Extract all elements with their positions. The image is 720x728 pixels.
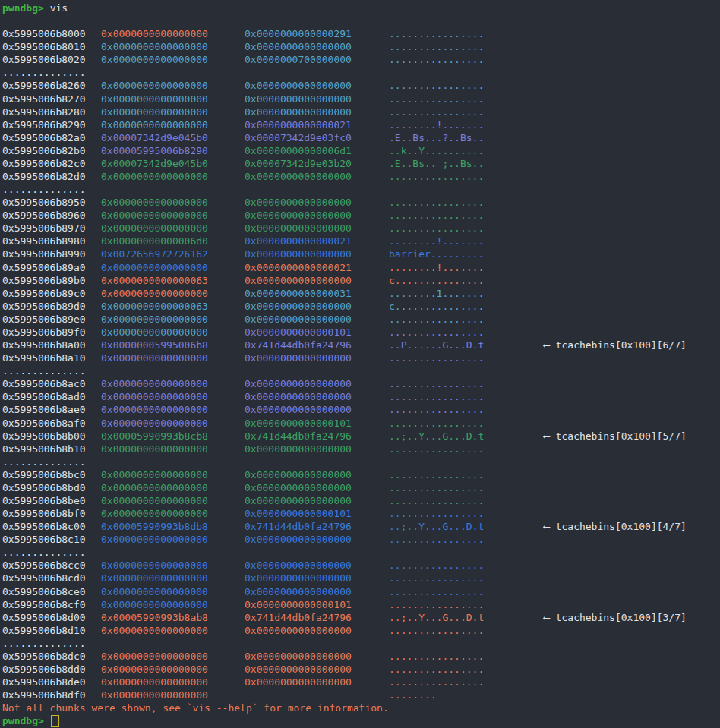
value2-cell: 0x0000000000000000 bbox=[245, 663, 389, 676]
terminal-window: pwndbg> vis 0x5995006b80000x000000000000… bbox=[0, 0, 720, 727]
address-cell: 0x5995006b8950 bbox=[2, 196, 101, 209]
memory-row: 0x5995006b8cd00x00000000000000000x000000… bbox=[2, 572, 720, 585]
address-cell: 0x5995006b8960 bbox=[2, 209, 101, 222]
ascii-cell: barrier......... bbox=[389, 247, 544, 260]
value2-cell: 0x0000000000000000 bbox=[245, 313, 389, 326]
value1-cell: 0x0000000000000000 bbox=[101, 689, 245, 701]
value2-cell: 0x0000000000000000 bbox=[245, 390, 389, 403]
value1-cell: 0x0000000000000000 bbox=[101, 170, 245, 183]
prompt-label: pwndbg> bbox=[2, 714, 44, 727]
ascii-cell: ................ bbox=[389, 377, 544, 390]
ascii-cell: ................ bbox=[389, 417, 544, 430]
memory-row: 0x5995006b8cf00x00000000000000000x000000… bbox=[2, 598, 720, 611]
memory-row: 0x5995006b80200x00000000000000000x000000… bbox=[2, 53, 720, 66]
address-cell: 0x5995006b8970 bbox=[2, 222, 101, 235]
address-cell: 0x5995006b8990 bbox=[2, 247, 101, 260]
value2-cell: 0x0000000000000000 bbox=[245, 40, 389, 53]
memory-row: 0x5995006b82700x00000000000000000x000000… bbox=[2, 93, 720, 106]
value1-cell: 0x00007342d9e045b0 bbox=[101, 157, 245, 170]
value1-cell: 0x0000000000000063 bbox=[101, 274, 245, 287]
value1-cell: 0x0000000000000000 bbox=[101, 222, 245, 235]
address-cell: 0x5995006b89f0 bbox=[2, 326, 101, 339]
address-cell: 0x5995006b8bd0 bbox=[2, 481, 101, 494]
ascii-cell: ................ bbox=[389, 481, 544, 494]
value2-cell: 0x0000000000000000 bbox=[245, 209, 389, 222]
address-cell: 0x5995006b8cf0 bbox=[2, 598, 101, 611]
ascii-cell: c............... bbox=[389, 300, 544, 313]
value1-cell: 0x0000000000000000 bbox=[101, 624, 245, 637]
value2-cell: 0x0000000000000101 bbox=[245, 417, 389, 430]
value2-cell: 0x741d44db0fa24796 bbox=[245, 520, 389, 533]
value2-cell: 0x0000000000000000 bbox=[245, 377, 389, 390]
ascii-cell: ........!....... bbox=[389, 261, 544, 274]
value1-cell: 0x0000000000000000 bbox=[101, 403, 245, 416]
ascii-cell: ................ bbox=[389, 196, 544, 209]
ascii-cell: ................ bbox=[389, 663, 544, 676]
memory-row: 0x5995006b80000x00000000000000000x000000… bbox=[2, 27, 720, 40]
prompt-label: pwndbg> bbox=[2, 2, 44, 14]
memory-row: 0x5995006b8bf00x00000000000000000x000000… bbox=[2, 507, 720, 520]
value1-cell: 0x0000000000000000 bbox=[101, 196, 245, 209]
ascii-cell: ................ bbox=[389, 443, 544, 455]
value1-cell: 0x0000000000000000 bbox=[101, 326, 245, 339]
address-cell: 0x5995006b89b0 bbox=[2, 274, 101, 287]
value1-cell: 0x0000000000000000 bbox=[101, 676, 245, 689]
memory-row: 0x5995006b8d100x00000000000000000x000000… bbox=[2, 624, 720, 637]
value1-cell: 0x0000000000000000 bbox=[101, 377, 245, 390]
address-cell: 0x5995006b8ce0 bbox=[2, 585, 101, 598]
ascii-cell: .E..Bs...?..Bs.. bbox=[389, 131, 544, 144]
value1-cell: 0x0000000000000000 bbox=[101, 209, 245, 222]
value2-cell: 0x0000000000000291 bbox=[245, 27, 389, 40]
left-arrow-icon: ⟵ bbox=[544, 521, 550, 532]
value2-cell: 0x741d44db0fa24796 bbox=[245, 430, 389, 443]
command-text: vis bbox=[50, 2, 68, 14]
memory-row: 0x5995006b89b00x00000000000000630x000000… bbox=[2, 274, 720, 287]
ascii-cell: ................ bbox=[389, 79, 544, 92]
memory-row: 0x5995006b8cc00x00000000000000000x000000… bbox=[2, 559, 720, 572]
value2-cell: 0x0000000000000000 bbox=[245, 170, 389, 183]
ellipsis-line: .............. bbox=[2, 546, 720, 559]
value2-cell: 0x0000000000000000 bbox=[245, 676, 389, 689]
address-cell: 0x5995006b8de0 bbox=[2, 676, 101, 689]
value1-cell: 0x0000000000000000 bbox=[101, 559, 245, 572]
value2-cell: 0x0000000000000000 bbox=[245, 79, 389, 92]
ellipsis-dots: .............. bbox=[2, 637, 86, 650]
value2-cell: 0x0000000000000000 bbox=[245, 222, 389, 235]
ascii-cell: ........ bbox=[389, 689, 544, 701]
ellipsis-dots: .............. bbox=[2, 183, 86, 196]
memory-row: 0x5995006b8b000x00005990993b8cb80x741d44… bbox=[2, 430, 720, 443]
address-cell: 0x5995006b8d00 bbox=[2, 611, 101, 624]
ascii-cell: ..;..Y...G...D.t bbox=[389, 611, 544, 624]
address-cell: 0x5995006b8010 bbox=[2, 40, 101, 53]
value1-cell: 0x0000000000000000 bbox=[101, 533, 245, 546]
terminal-cursor[interactable] bbox=[51, 715, 59, 727]
address-cell: 0x5995006b8af0 bbox=[2, 417, 101, 430]
memory-row: 0x5995006b82a00x00007342d9e045b00x000073… bbox=[2, 131, 720, 144]
memory-row: 0x5995006b89d00x00000000000000630x000000… bbox=[2, 300, 720, 313]
value1-cell: 0x0000000000000000 bbox=[101, 27, 245, 40]
ellipsis-line: .............. bbox=[2, 66, 720, 79]
memory-row: 0x5995006b8df00x0000000000000000........ bbox=[2, 689, 720, 701]
value2-cell: 0x0000000000000021 bbox=[245, 118, 389, 131]
ascii-cell: ................ bbox=[389, 403, 544, 416]
value1-cell: 0x0000000000000000 bbox=[101, 287, 245, 300]
memory-row: 0x5995006b8be00x00000000000000000x000000… bbox=[2, 494, 720, 507]
left-arrow-icon: ⟵ bbox=[544, 430, 550, 442]
value2-cell: 0x0000000000000031 bbox=[245, 287, 389, 300]
value1-cell: 0x0000000000000000 bbox=[101, 468, 245, 481]
left-arrow-icon: ⟵ bbox=[544, 339, 550, 351]
value2-cell: 0x0000000000000000 bbox=[245, 247, 389, 260]
value2-cell: 0x0000000000000021 bbox=[245, 235, 389, 247]
memory-row: 0x5995006b89700x00000000000000000x000000… bbox=[2, 222, 720, 235]
address-cell: 0x5995006b8bc0 bbox=[2, 468, 101, 481]
memory-row: 0x5995006b8ad00x00000000000000000x000000… bbox=[2, 390, 720, 403]
ascii-cell: ................ bbox=[389, 559, 544, 572]
value2-cell: 0x0000000000000000 bbox=[245, 274, 389, 287]
ascii-cell: ........!....... bbox=[389, 235, 544, 247]
memory-row: 0x5995006b82600x00000000000000000x000000… bbox=[2, 79, 720, 92]
memory-row: 0x5995006b82800x00000000000000000x000000… bbox=[2, 106, 720, 118]
ascii-cell: ................ bbox=[389, 533, 544, 546]
address-cell: 0x5995006b82c0 bbox=[2, 157, 101, 170]
value1-cell: 0x0000000000000000 bbox=[101, 118, 245, 131]
address-cell: 0x5995006b8a00 bbox=[2, 339, 101, 351]
